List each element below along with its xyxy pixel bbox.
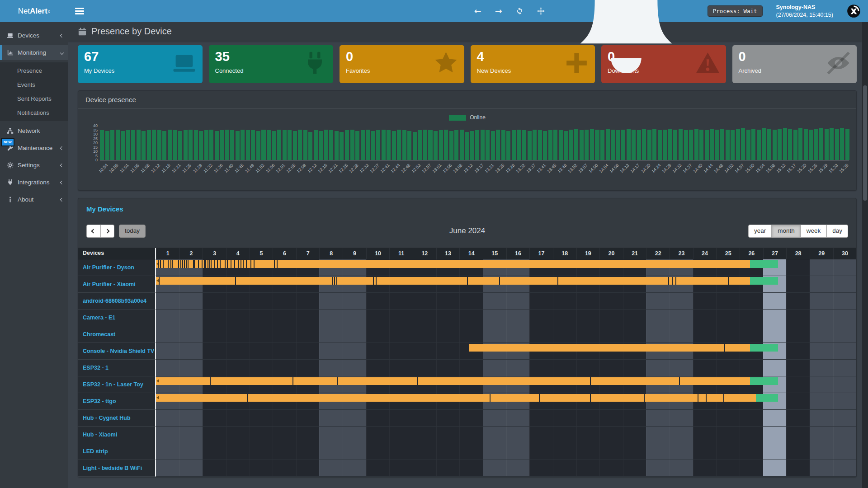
chart-bar	[522, 130, 526, 160]
my-devices-heading[interactable]: My Devices	[78, 198, 856, 213]
chart-legend[interactable]: Online	[85, 114, 849, 121]
day-cell	[156, 343, 179, 359]
device-name-link[interactable]: Camera - E1	[78, 310, 156, 326]
chart-bar	[616, 130, 620, 160]
day-cell	[786, 259, 810, 276]
device-row-led-strip: LED strip	[78, 443, 856, 460]
chart-bar	[501, 130, 505, 160]
presence-event[interactable]	[156, 377, 750, 385]
day-cell	[670, 443, 693, 460]
app-logo[interactable]: NetAlertx	[0, 0, 68, 22]
day-cell	[250, 310, 273, 326]
day-cell	[786, 460, 810, 476]
chart-bar-icon	[7, 49, 14, 56]
offline-gap-tick	[188, 260, 189, 268]
presence-event[interactable]	[156, 394, 756, 402]
presence-event-recent[interactable]	[750, 260, 778, 268]
chart-bar	[319, 131, 323, 160]
sidebar-subitem-notifications[interactable]: Notifications	[0, 106, 68, 120]
presence-event-recent[interactable]	[750, 277, 778, 285]
presence-event-recent[interactable]	[756, 394, 778, 402]
chart-bar	[585, 130, 589, 160]
refresh-icon[interactable]	[516, 7, 524, 15]
sidebar-link-settings[interactable]: Settings	[0, 158, 68, 173]
sidebar-link-devices[interactable]: Devices	[0, 28, 68, 43]
presence-event[interactable]	[156, 260, 750, 268]
avatar[interactable]	[847, 4, 861, 18]
sidebar-link-network[interactable]: Network	[0, 123, 68, 138]
device-name-link[interactable]: ESP32 - 1n - Laser Toy	[78, 376, 156, 393]
chart-bar	[569, 130, 573, 160]
chevron-left-icon	[60, 197, 64, 201]
day-cell	[226, 443, 250, 460]
device-timeline	[156, 310, 856, 326]
sidebar-subitem-presence[interactable]: Presence	[0, 64, 68, 78]
chart-bar	[720, 129, 724, 160]
device-name-link[interactable]: Console - Nvidia Shield TV	[78, 343, 156, 360]
device-name-link[interactable]: LED strip	[78, 443, 156, 460]
device-name-link[interactable]: Air Purifier - Dyson	[78, 259, 156, 276]
menu-toggle-icon[interactable]	[75, 6, 84, 16]
day-header-9: 9	[343, 248, 366, 259]
chart-bar	[303, 130, 307, 160]
offline-gap-tick	[728, 277, 729, 285]
stat-card-my-devices[interactable]: 67My Devices	[78, 45, 203, 83]
forward-arrow-icon[interactable]: →	[495, 7, 502, 15]
calendar-prev-button[interactable]	[86, 225, 100, 238]
device-name-link[interactable]: Light - bedside B WiFi	[78, 460, 156, 477]
day-cell	[786, 293, 810, 309]
page-scrollbar[interactable]	[862, 22, 868, 488]
notifications-bell[interactable]: 15	[558, 0, 694, 79]
day-cell	[599, 293, 623, 309]
device-name-link[interactable]: Chromecast	[78, 326, 156, 343]
offline-gap-tick	[235, 277, 236, 285]
chart-bar	[283, 130, 287, 160]
device-name-link[interactable]: ESP32 - ttgo	[78, 393, 156, 410]
sidebar-link-integrations[interactable]: Integrations	[0, 175, 68, 190]
chart-bar	[762, 128, 766, 160]
day-cell	[740, 427, 763, 443]
calendar-view-week-button[interactable]: week	[801, 225, 827, 238]
presence-event-recent[interactable]	[750, 377, 778, 385]
day-cell	[740, 326, 763, 343]
chart-bar	[225, 130, 229, 160]
presence-event[interactable]	[156, 277, 750, 285]
sidebar-link-monitoring[interactable]: Monitoring	[0, 45, 68, 60]
day-cell	[623, 360, 646, 376]
device-name-link[interactable]: Hub - Cygnet Hub	[78, 410, 156, 427]
sidebar-link-about[interactable]: About	[0, 192, 68, 207]
device-name-link[interactable]: Air Purifier - Xiaomi	[78, 276, 156, 293]
calendar-view-day-button[interactable]: day	[826, 225, 848, 238]
day-cell	[273, 443, 296, 460]
day-cell	[250, 460, 273, 476]
day-cell	[553, 326, 576, 343]
scrollbar-thumb[interactable]	[863, 85, 867, 201]
move-arrows-icon[interactable]	[537, 7, 545, 15]
day-cell	[436, 443, 460, 460]
day-cell	[156, 460, 179, 476]
calendar-next-button[interactable]	[100, 225, 114, 238]
calendar-view-month-button[interactable]: month	[772, 225, 801, 238]
chart-bar	[137, 130, 141, 160]
day-cell	[810, 393, 833, 409]
presence-event-recent[interactable]	[750, 344, 778, 352]
presence-event[interactable]	[469, 344, 750, 352]
day-cell	[273, 410, 296, 426]
sidebar-subitem-sent-reports[interactable]: Sent Reports	[0, 92, 68, 106]
device-name-link[interactable]: android-68608b93a00e4	[78, 293, 156, 310]
device-name-link[interactable]: Hub - Xiaomi	[78, 427, 156, 443]
stat-card-favorites[interactable]: 0Favorites	[340, 45, 464, 83]
event-continues-left-icon	[156, 396, 159, 399]
devices-column-header: Devices	[78, 248, 156, 259]
process-status-pill[interactable]: Process: Wait	[708, 5, 763, 17]
offline-gap-tick	[373, 277, 374, 285]
stat-card-connected[interactable]: 35Connected	[209, 45, 334, 83]
device-name-link[interactable]: ESP32 - 1	[78, 360, 156, 376]
day-cell	[436, 293, 460, 309]
day-cell	[646, 293, 670, 309]
calendar-today-button[interactable]: today	[119, 225, 146, 238]
sidebar-subitem-events[interactable]: Events	[0, 78, 68, 92]
calendar-view-year-button[interactable]: year	[748, 225, 772, 238]
device-timeline	[156, 427, 856, 443]
back-arrow-icon[interactable]: ←	[474, 7, 481, 15]
